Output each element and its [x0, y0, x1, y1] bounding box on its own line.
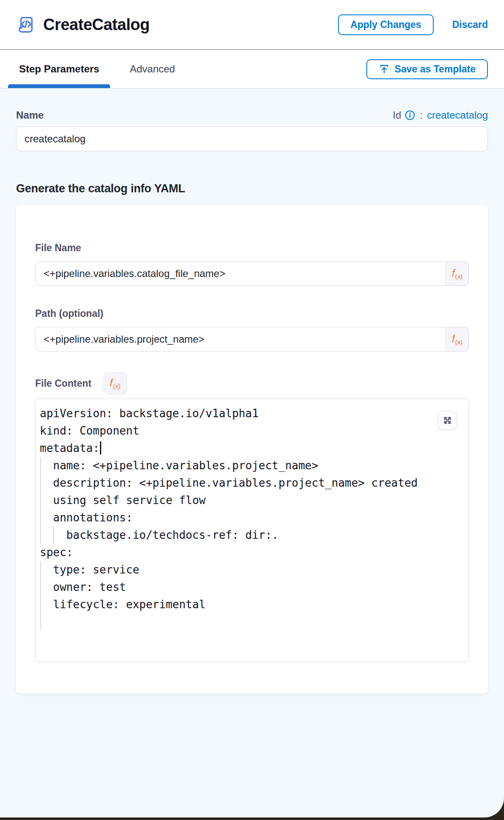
- tab-advanced[interactable]: Advanced: [119, 50, 186, 88]
- name-input[interactable]: [16, 127, 488, 151]
- path-input-group: f(x): [35, 327, 469, 352]
- panel-header: CreateCatalog Apply Changes Discard: [0, 0, 504, 50]
- code-line: metadata:: [36, 440, 468, 457]
- file-content-code-editor[interactable]: apiVersion: backstage.io/v1alpha1kind: C…: [35, 399, 469, 662]
- apply-changes-button[interactable]: Apply Changes: [338, 14, 433, 35]
- step-parameters-content: Name Id : createcatalog Generate the cat…: [0, 89, 504, 817]
- upload-icon: [379, 64, 390, 75]
- code-scroll-icon: [16, 15, 36, 34]
- path-input[interactable]: [35, 327, 446, 352]
- expression-fx-icon[interactable]: f(x): [103, 372, 127, 395]
- code-line: annotations:: [36, 509, 468, 526]
- file-name-input[interactable]: [35, 261, 446, 286]
- name-label: Name: [16, 109, 44, 121]
- code-line: [36, 613, 468, 631]
- step-config-panel: CreateCatalog Apply Changes Discard Step…: [0, 0, 504, 817]
- code-line: apiVersion: backstage.io/v1alpha1: [36, 405, 468, 422]
- path-label: Path (optional): [35, 308, 469, 319]
- file-content-row: File Content f(x): [35, 372, 469, 395]
- expression-fx-icon[interactable]: f(x): [446, 261, 469, 286]
- code-line: description: <+pipeline.variables.projec…: [36, 474, 468, 492]
- name-input-wrap: [16, 127, 488, 151]
- save-as-template-button[interactable]: Save as Template: [366, 59, 488, 79]
- save-as-template-label: Save as Template: [395, 64, 476, 75]
- code-line: name: <+pipeline.variables.project_name>: [36, 457, 468, 474]
- text-cursor: [100, 441, 101, 454]
- code-line: backstage.io/techdocs-ref: dir:.: [36, 526, 468, 544]
- id-separator: :: [420, 109, 423, 121]
- discard-button[interactable]: Discard: [452, 19, 488, 30]
- code-line: owner: test: [36, 579, 468, 596]
- info-icon[interactable]: [404, 110, 415, 121]
- code-line: using self service flow: [36, 492, 468, 509]
- header-actions: Apply Changes Discard: [338, 14, 488, 35]
- file-content-label: File Content: [35, 378, 91, 389]
- id-value-link[interactable]: createcatalog: [427, 109, 488, 121]
- file-name-label: File Name: [35, 242, 469, 254]
- file-name-input-group: f(x): [35, 261, 469, 286]
- tab-step-parameters[interactable]: Step Parameters: [8, 50, 110, 88]
- id-row: Id : createcatalog: [393, 109, 488, 121]
- tab-bar: Step Parameters Advanced Save as Templat…: [0, 50, 504, 89]
- expression-fx-icon[interactable]: f(x): [446, 327, 469, 352]
- code-line: spec:: [36, 544, 468, 561]
- name-row: Name Id : createcatalog: [16, 109, 488, 121]
- code-line: lifecycle: experimental: [36, 596, 468, 613]
- code-editor-lines: apiVersion: backstage.io/v1alpha1kind: C…: [36, 405, 468, 631]
- id-label: Id: [393, 109, 401, 121]
- code-line: kind: Component: [36, 422, 468, 440]
- code-line: type: service: [36, 561, 468, 579]
- page-title: CreateCatalog: [43, 16, 150, 34]
- section-title: Generate the catalog info YAML: [16, 182, 488, 195]
- expand-icon[interactable]: [438, 411, 457, 429]
- step-group-card: File Name f(x) Path (optional) f(x) File…: [16, 205, 488, 694]
